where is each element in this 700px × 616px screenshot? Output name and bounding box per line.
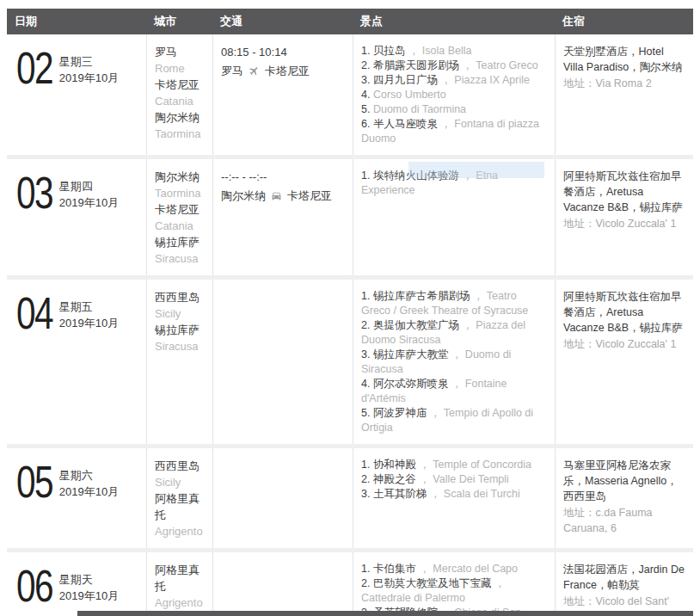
attraction-name-zh: 阿尔忒弥斯喷泉 <box>373 378 449 390</box>
city-name-en: Taormina <box>155 185 206 201</box>
itinerary-row: 05星期六2019年10月西西里岛Sicily阿格里真托Agrigento1. … <box>7 444 693 548</box>
attraction-separator: ， <box>427 488 443 500</box>
attraction-item: 1. 卡伯集市 ， Mercato del Capo <box>361 562 548 576</box>
city-name-en: Rome <box>155 60 206 77</box>
date-day: 02 <box>16 49 52 87</box>
attraction-number: 1. <box>361 169 373 182</box>
hotel-name: 阿里特斯瓦坎兹住宿加早餐酒店，Aretusa Vacanze B&B，锡拉库萨 <box>563 289 686 336</box>
city-name-en: Agrigento <box>155 523 206 539</box>
hotel-cell: 法国花园酒店，Jardin De France，帕勒莫地址：Vicolo del… <box>555 552 693 616</box>
column-header-hotel: 住宿 <box>555 14 693 29</box>
city-name-en: Siracusa <box>155 338 206 354</box>
hotel-cell: 阿里特斯瓦坎兹住宿加早餐酒店，Aretusa Vacanze B&B，锡拉库萨地… <box>555 280 693 444</box>
attraction-separator: ， <box>491 577 505 589</box>
attraction-number: 2. <box>361 59 373 71</box>
hotel-name: 阿里特斯瓦坎兹住宿加早餐酒店，Aretusa Vacanze B&B，锡拉库萨 <box>563 169 686 215</box>
car-icon <box>271 190 282 201</box>
transport-time: --:-- - --:-- <box>221 169 346 185</box>
itinerary-row: 04星期五2019年10月西西里岛Sicily锡拉库萨Siracusa1. 锡拉… <box>7 275 693 444</box>
date-meta: 星期六2019年10月 <box>59 463 119 500</box>
attraction-item: 5. 阿波罗神庙 ， Tempio di Apollo di Ortigia <box>361 406 548 435</box>
attractions-cell: 1. 埃特纳火山体验游 ， Etna Experience <box>353 159 555 275</box>
hotel-name: 法国花园酒店，Jardin De France，帕勒莫 <box>563 562 686 593</box>
plane-icon <box>246 63 261 78</box>
attraction-name-zh: 阿波罗神庙 <box>373 407 427 419</box>
attraction-name-en: Temple of Concordia <box>433 459 531 471</box>
attraction-separator: ， <box>405 45 421 57</box>
attraction-name-zh: 神殿之谷 <box>373 473 416 485</box>
date-cell: 06星期天2019年10月 <box>7 552 146 616</box>
attraction-name-zh: 协和神殿 <box>373 459 416 471</box>
attraction-name-en: Mercato del Capo <box>433 563 518 575</box>
attraction-item: 2. 神殿之谷 ， Valle Dei Templi <box>361 472 548 487</box>
attraction-number: 2. <box>361 473 373 485</box>
attraction-name-en: Isola Bella <box>422 45 472 57</box>
attraction-name-en: Cattedrale di Palermo <box>361 592 465 604</box>
city-cell: 西西里岛Sicily阿格里真托Agrigento <box>146 448 212 548</box>
date-month: 2019年10月 <box>59 315 119 331</box>
attraction-separator: ， <box>427 407 443 419</box>
hotel-cell: 马塞里亚阿格尼洛农家乐，Masseria Agnello，西西里岛地址：c.da… <box>555 448 693 548</box>
city-name-zh: 阿格里真托 <box>155 562 206 594</box>
attraction-separator: ， <box>459 59 476 71</box>
transport-cell: --:-- - --:--陶尔米纳卡塔尼亚 <box>212 159 353 275</box>
attraction-name-zh: 四月九日广场 <box>373 74 438 86</box>
itinerary-row: 02星期三2019年10月罗马Rome卡塔尼亚Catania陶尔米纳Taormi… <box>7 34 693 155</box>
transport-cell <box>212 280 353 444</box>
city-cell: 西西里岛Sicily锡拉库萨Siracusa <box>146 280 212 444</box>
date-month: 2019年10月 <box>59 484 119 500</box>
itinerary-table: 日期 城市 交通 景点 住宿 02星期三2019年10月罗马Rome卡塔尼亚Ca… <box>7 9 693 616</box>
transport-time: 08:15 - 10:14 <box>221 44 346 60</box>
city-name-en: Agrigento <box>155 594 206 611</box>
hotel-cell: 阿里特斯瓦坎兹住宿加早餐酒店，Aretusa Vacanze B&B，锡拉库萨地… <box>555 159 693 275</box>
attraction-name-zh: 奥提伽大教堂广场 <box>373 319 459 331</box>
date-day: 04 <box>16 294 52 332</box>
transport-from: 陶尔米纳 <box>221 188 266 204</box>
attraction-number: 2. <box>361 319 373 331</box>
hotel-name: 马塞里亚阿格尼洛农家乐，Masseria Agnello，西西里岛 <box>563 458 686 504</box>
date-cell: 04星期五2019年10月 <box>7 280 146 444</box>
city-name-en: Taormina <box>155 126 206 142</box>
attraction-separator: ， <box>416 563 433 575</box>
attraction-number: 1. <box>361 563 373 575</box>
attraction-item: 3. 土耳其阶梯 ， Scala dei Turchi <box>361 487 548 502</box>
city-name-zh: 西西里岛 <box>155 458 206 474</box>
attraction-name-zh: 卡伯集市 <box>373 563 416 575</box>
column-header-attractions: 景点 <box>353 14 555 29</box>
attraction-name-zh: 巴勒莫大教堂及地下宝藏 <box>373 577 492 589</box>
city-name-en: Sicily <box>155 305 206 322</box>
transport-route: 罗马卡塔尼亚 <box>221 63 346 79</box>
date-day: 06 <box>16 567 52 605</box>
attraction-number: 1. <box>361 45 373 57</box>
attraction-name-zh: 希腊露天圆形剧场 <box>373 59 459 71</box>
attraction-item: 2. 巴勒莫大教堂及地下宝藏 ， Cattedrale di Palermo <box>361 576 548 606</box>
attraction-separator: ， <box>438 118 454 130</box>
column-header-transport: 交通 <box>212 14 353 29</box>
date-day: 03 <box>16 174 52 212</box>
attraction-name-en: Duomo di Taormina <box>373 103 466 115</box>
attraction-number: 5. <box>361 407 373 419</box>
attraction-separator: ， <box>448 378 464 390</box>
date-month: 2019年10月 <box>59 70 119 86</box>
attraction-separator: ， <box>416 459 433 471</box>
attractions-cell: 1. 协和神殿 ， Temple of Concordia2. 神殿之谷 ， V… <box>353 448 555 548</box>
city-name-en: Sicily <box>155 474 206 490</box>
table-body: 02星期三2019年10月罗马Rome卡塔尼亚Catania陶尔米纳Taormi… <box>7 34 693 616</box>
attraction-item: 2. 希腊露天圆形剧场 ， Teatro Greco <box>361 59 548 73</box>
attractions-cell: 1. 卡伯集市 ， Mercato del Capo2. 巴勒莫大教堂及地下宝藏… <box>353 552 555 616</box>
city-name-zh: 陶尔米纳 <box>155 169 206 185</box>
attraction-name-zh: 贝拉岛 <box>373 45 406 57</box>
attraction-name-zh: 锡拉库萨大教堂 <box>373 348 449 360</box>
attraction-number: 3. <box>361 74 373 86</box>
transport-cell <box>212 552 353 616</box>
attraction-separator: ， <box>459 169 476 182</box>
city-name-en: Catania <box>155 218 206 234</box>
date-weekday: 星期三 <box>59 53 119 70</box>
attraction-item: 3. 锡拉库萨大教堂 ， Duomo di Siracusa <box>361 348 548 377</box>
attraction-item: 1. 埃特纳火山体验游 ， Etna Experience <box>361 169 548 198</box>
date-cell: 05星期六2019年10月 <box>7 448 146 548</box>
attraction-number: 4. <box>361 89 373 101</box>
city-cell: 罗马Rome卡塔尼亚Catania陶尔米纳Taormina <box>146 34 212 155</box>
table-header-row: 日期 城市 交通 景点 住宿 <box>7 9 693 34</box>
date-meta: 星期五2019年10月 <box>59 294 119 331</box>
